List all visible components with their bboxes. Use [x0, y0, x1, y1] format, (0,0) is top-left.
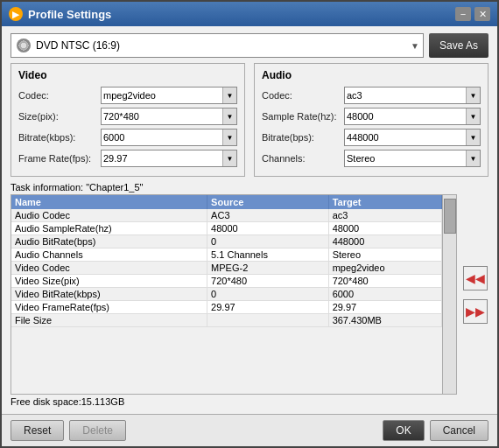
panels-area: Video Codec: mpeg2video ▼ Size(pix): 720… — [11, 63, 488, 177]
table-cell: 0 — [207, 288, 329, 301]
profile-select-wrapper[interactable]: DVD NTSC (16:9) ▼ — [11, 33, 424, 58]
table-cell: Video Codec — [11, 262, 207, 275]
table-row: Audio SampleRate(hz)4800048000 — [11, 222, 442, 235]
audio-samplerate-arrow[interactable]: ▼ — [466, 108, 480, 124]
save-as-button[interactable]: Save As — [429, 33, 488, 58]
info-area: Task information: "Chapter1_5" Name Sour… — [11, 182, 488, 407]
table-cell: File Size — [11, 314, 207, 327]
footer-left: Reset Delete — [11, 420, 126, 441]
table-row: File Size367.430MB — [11, 314, 442, 327]
scrollbar[interactable] — [442, 195, 456, 394]
audio-samplerate-select[interactable]: 48000 ▼ — [344, 108, 481, 125]
table-cell: Video Size(pix) — [11, 275, 207, 288]
table-cell: 6000 — [328, 288, 441, 301]
table-row: Video BitRate(kbps)06000 — [11, 288, 442, 301]
video-codec-arrow[interactable]: ▼ — [222, 88, 236, 103]
table-row: Video FrameRate(fps)29.9729.97 — [11, 301, 442, 314]
dvd-icon — [15, 38, 32, 52]
audio-samplerate-label: Sample Rate(hz): — [262, 111, 341, 122]
profile-dropdown-arrow: ▼ — [411, 41, 419, 51]
table-row: Video Size(pix)720*480720*480 — [11, 275, 442, 288]
audio-codec-row: Codec: ac3 ▼ — [262, 87, 481, 104]
footer-bar: Reset Delete OK Cancel — [2, 414, 497, 446]
table-row: Video CodecMPEG-2mpeg2video — [11, 262, 442, 275]
table-cell: Audio Channels — [11, 248, 207, 262]
audio-samplerate-value: 48000 — [345, 111, 466, 122]
dvd-disc-icon — [17, 38, 31, 52]
cancel-button[interactable]: Cancel — [430, 420, 488, 441]
video-codec-label: Codec: — [18, 90, 97, 101]
audio-samplerate-row: Sample Rate(hz): 48000 ▼ — [262, 108, 481, 125]
audio-bitrate-arrow[interactable]: ▼ — [466, 130, 480, 145]
task-table-body: Audio CodecAC3ac3Audio SampleRate(hz)480… — [11, 209, 442, 327]
next-button[interactable]: ▶▶ — [463, 299, 488, 324]
audio-bitrate-row: Bitrate(bps): 448000 ▼ — [262, 129, 481, 146]
table-cell: 367.430MB — [328, 314, 441, 327]
table-cell: ac3 — [328, 209, 441, 222]
video-bitrate-value: 6000 — [102, 132, 222, 143]
table-cell: 29.97 — [207, 301, 329, 314]
video-panel: Video Codec: mpeg2video ▼ Size(pix): 720… — [11, 63, 245, 177]
task-info-section: Task information: "Chapter1_5" Name Sour… — [11, 182, 457, 407]
table-row: Audio Channels5.1 ChannelsStereo — [11, 248, 442, 262]
video-bitrate-select[interactable]: 6000 ▼ — [101, 129, 237, 146]
top-bar: DVD NTSC (16:9) ▼ Save As — [11, 33, 488, 58]
profile-select-text: DVD NTSC (16:9) — [36, 39, 407, 52]
video-framerate-arrow[interactable]: ▼ — [222, 150, 236, 166]
table-cell: Stereo — [328, 248, 441, 262]
scrollbar-thumb[interactable] — [444, 199, 456, 234]
video-panel-title: Video — [18, 69, 237, 81]
video-size-select[interactable]: 720*480 ▼ — [101, 108, 237, 125]
task-table: Name Source Target Audio CodecAC3ac3Audi… — [11, 195, 442, 327]
video-bitrate-arrow[interactable]: ▼ — [222, 130, 236, 145]
audio-codec-select[interactable]: ac3 ▼ — [344, 87, 481, 104]
audio-channels-label: Channels: — [262, 153, 341, 164]
audio-channels-arrow[interactable]: ▼ — [466, 150, 480, 166]
task-table-scroll[interactable]: Name Source Target Audio CodecAC3ac3Audi… — [11, 195, 442, 394]
table-cell: 720*480 — [207, 275, 329, 288]
audio-channels-select[interactable]: Stereo ▼ — [344, 150, 481, 167]
task-info-header: Task information: "Chapter1_5" — [11, 182, 457, 192]
table-cell: 0 — [207, 235, 329, 248]
audio-bitrate-select[interactable]: 448000 ▼ — [344, 129, 481, 146]
prev-button[interactable]: ◀◀ — [463, 266, 488, 290]
video-framerate-value: 29.97 — [102, 153, 222, 164]
table-cell: Video BitRate(kbps) — [11, 288, 207, 301]
col-source: Source — [207, 195, 329, 209]
col-target: Target — [328, 195, 441, 209]
ok-button[interactable]: OK — [383, 420, 424, 441]
table-cell: Audio SampleRate(hz) — [11, 222, 207, 235]
video-size-label: Size(pix): — [18, 111, 97, 122]
audio-panel-title: Audio — [262, 69, 481, 81]
task-table-container: Name Source Target Audio CodecAC3ac3Audi… — [11, 194, 457, 395]
video-codec-row: Codec: mpeg2video ▼ — [18, 87, 237, 104]
video-framerate-row: Frame Rate(fps): 29.97 ▼ — [18, 150, 237, 167]
video-bitrate-label: Bitrate(kbps): — [18, 132, 97, 143]
table-cell: 5.1 Channels — [207, 248, 329, 262]
minimize-button[interactable]: − — [455, 7, 471, 21]
reset-button[interactable]: Reset — [11, 420, 64, 441]
audio-panel: Audio Codec: ac3 ▼ Sample Rate(hz): 4800… — [254, 63, 488, 177]
table-row: Audio CodecAC3ac3 — [11, 209, 442, 222]
table-cell — [207, 314, 329, 327]
main-window: ▶ Profile Settings − ✕ DVD NTSC (16:9) ▼… — [0, 0, 499, 448]
audio-channels-row: Channels: Stereo ▼ — [262, 150, 481, 167]
video-size-arrow[interactable]: ▼ — [222, 108, 236, 124]
table-cell: AC3 — [207, 209, 329, 222]
table-cell: 29.97 — [328, 301, 441, 314]
audio-codec-value: ac3 — [345, 90, 466, 101]
video-codec-select[interactable]: mpeg2video ▼ — [101, 87, 237, 104]
audio-codec-arrow[interactable]: ▼ — [466, 88, 480, 103]
video-bitrate-row: Bitrate(kbps): 6000 ▼ — [18, 129, 237, 146]
nav-controls: ◀◀ ▶▶ — [462, 182, 488, 407]
table-header-row: Name Source Target — [11, 195, 442, 209]
table-cell: Audio BitRate(bps) — [11, 235, 207, 248]
delete-button[interactable]: Delete — [69, 420, 126, 441]
audio-channels-value: Stereo — [345, 153, 466, 164]
video-size-value: 720*480 — [102, 111, 222, 122]
app-icon: ▶ — [9, 7, 23, 21]
close-button[interactable]: ✕ — [474, 7, 490, 21]
table-cell: mpeg2video — [328, 262, 441, 275]
video-framerate-select[interactable]: 29.97 ▼ — [101, 150, 237, 167]
table-cell: Audio Codec — [11, 209, 207, 222]
